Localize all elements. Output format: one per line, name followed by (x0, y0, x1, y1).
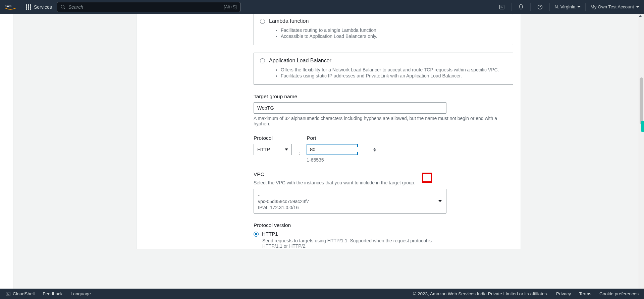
number-stepper[interactable] (373, 148, 376, 152)
cloudshell-label: CloudShell (13, 291, 35, 296)
svg-line-11 (64, 8, 65, 9)
form-panel: Lambda function Facilitates routing to a… (137, 14, 521, 249)
svg-point-15 (540, 8, 540, 8)
scrollbar-thumb[interactable] (640, 77, 643, 124)
port-field: Port 1-65535 (307, 135, 358, 163)
hamburger-icon (0, 18, 13, 289)
caret-down-icon (438, 200, 442, 202)
vpc-selected-cidr: IPv4: 172.31.0.0/16 (258, 204, 309, 211)
divider (530, 3, 531, 11)
account-menu[interactable]: My Own Test Account (590, 4, 639, 9)
option-description: Facilitates routing to a single Lambda f… (275, 27, 507, 39)
main-scroll-area[interactable]: Lambda function Facilitates routing to a… (13, 14, 644, 289)
cloudshell-icon-button[interactable] (497, 4, 506, 10)
cookie-preferences-link[interactable]: Cookie preferences (599, 291, 639, 296)
protocol-port-row: Protocol HTTP : Port (254, 135, 513, 163)
radio-alb[interactable] (260, 58, 265, 63)
option-title: Application Load Balancer (269, 58, 331, 64)
aws-top-nav: aws Services [Alt+S] N. Virginia My Own … (0, 0, 644, 14)
global-search[interactable]: [Alt+S] (57, 2, 240, 12)
notifications-button[interactable] (516, 4, 526, 10)
divider (21, 3, 21, 11)
port-input[interactable] (310, 147, 373, 152)
grid-icon (26, 4, 31, 10)
cloudshell-button[interactable]: CloudShell (5, 291, 35, 297)
search-shortcut-hint: [Alt+S] (224, 4, 237, 9)
radio-http1[interactable] (254, 232, 259, 237)
option-title: Lambda function (269, 18, 309, 24)
field-hint: Select the VPC with the instances that y… (254, 180, 513, 185)
target-group-name-field: Target group name A maximum of 32 alphan… (254, 94, 513, 126)
protocol-select[interactable]: HTTP (254, 144, 292, 155)
target-group-name-input[interactable] (254, 102, 446, 114)
svg-rect-2 (28, 4, 29, 6)
svg-rect-1 (26, 4, 27, 6)
svg-rect-9 (30, 8, 31, 10)
field-label: Target group name (254, 94, 513, 100)
vpc-selected-name: - (258, 192, 309, 198)
field-label: VPC (254, 171, 513, 177)
services-menu-button[interactable]: Services (26, 4, 52, 10)
protocol-field: Protocol HTTP (254, 135, 292, 155)
protocol-version-http1-desc: Send requests to targets using HTTP/1.1.… (262, 238, 443, 249)
language-link[interactable]: Language (71, 291, 91, 296)
option-description: Offers the flexibility for a Network Loa… (275, 67, 507, 78)
search-icon (60, 4, 66, 10)
vpc-selected-id: vpc-05d359cc759ac23f7 (258, 198, 309, 204)
feedback-side-tab[interactable] (641, 121, 644, 132)
field-label: Protocol (254, 135, 292, 141)
target-type-option-alb[interactable]: Application Load Balancer Offers the fle… (254, 53, 513, 85)
vpc-select[interactable]: - vpc-05d359cc759ac23f7 IPv4: 172.31.0.0… (254, 189, 446, 214)
divider (585, 3, 586, 11)
divider (549, 3, 550, 11)
account-label: My Own Test Account (590, 4, 634, 9)
services-label: Services (34, 4, 52, 10)
divider (511, 3, 512, 11)
field-hint: 1-65535 (307, 157, 358, 163)
aws-footer: CloudShell Feedback Language © 2023, Ama… (0, 289, 644, 299)
step-down-icon[interactable] (373, 150, 376, 152)
search-input[interactable] (68, 4, 221, 10)
caret-down-icon (636, 6, 639, 8)
scroll-up-icon[interactable] (639, 15, 642, 17)
field-label: Port (307, 135, 358, 141)
protocol-version-field: Protocol version HTTP1 Send requests to … (254, 222, 513, 249)
vpc-field: VPC Select the VPC with the instances th… (254, 171, 513, 214)
field-label: Protocol version (254, 222, 513, 228)
sidebar-toggle[interactable] (0, 14, 13, 289)
region-label: N. Virginia (554, 4, 575, 9)
aws-logo[interactable]: aws (5, 3, 16, 11)
field-hint: A maximum of 32 alphanumeric characters … (254, 116, 513, 126)
protocol-version-http1-label: HTTP1 (262, 231, 278, 237)
copyright-text: © 2023, Amazon Web Services India Privat… (413, 291, 548, 296)
protocol-port-separator: : (299, 142, 300, 156)
caret-down-icon (577, 6, 581, 8)
svg-rect-4 (26, 6, 27, 8)
feedback-link[interactable]: Feedback (43, 291, 62, 296)
radio-lambda[interactable] (260, 19, 265, 24)
caret-down-icon (285, 148, 288, 151)
svg-point-10 (61, 5, 64, 8)
help-button[interactable] (535, 4, 545, 10)
protocol-value: HTTP (257, 147, 270, 152)
svg-text:aws: aws (5, 4, 11, 8)
step-up-icon[interactable] (373, 148, 376, 150)
svg-rect-3 (30, 4, 31, 6)
svg-rect-5 (28, 6, 29, 8)
target-type-option-lambda[interactable]: Lambda function Facilitates routing to a… (254, 14, 513, 45)
svg-rect-8 (28, 8, 29, 10)
region-selector[interactable]: N. Virginia (554, 4, 581, 9)
terms-link[interactable]: Terms (579, 291, 591, 296)
port-input-wrapper[interactable] (307, 144, 358, 155)
privacy-link[interactable]: Privacy (556, 291, 571, 296)
scrollbar-track[interactable] (639, 14, 644, 289)
svg-rect-6 (30, 6, 31, 8)
svg-rect-7 (26, 8, 27, 10)
